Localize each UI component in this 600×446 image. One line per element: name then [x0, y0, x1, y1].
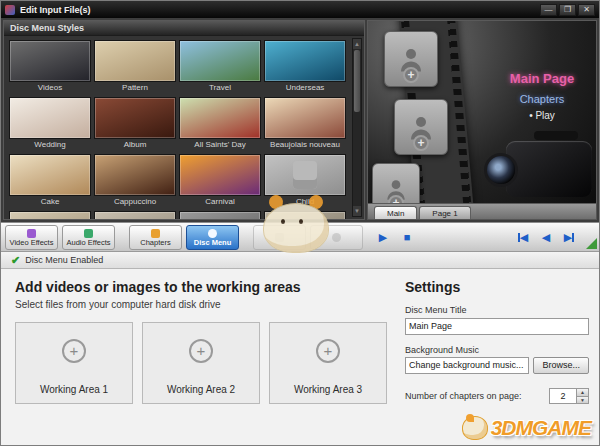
chapters-count-stepper[interactable]: 2 ▲ ▼ — [549, 388, 589, 404]
style-thumbnail[interactable]: Carnival — [179, 154, 261, 208]
style-thumbnail-image[interactable] — [9, 211, 91, 219]
style-thumbnail[interactable]: Album — [94, 97, 176, 151]
tab-page-1[interactable]: Page 1 — [419, 206, 470, 219]
add-content-plus-icon: + — [388, 195, 404, 204]
tab-video-effects[interactable]: Video Effects — [5, 225, 58, 250]
style-thumbnail-label: Album — [94, 139, 176, 151]
tab-chapters[interactable]: Chapters — [129, 225, 182, 250]
working-area-2[interactable]: + Working Area 2 — [142, 322, 260, 404]
style-thumbnail-image[interactable] — [9, 40, 91, 82]
disc-menu-enabled-check-icon[interactable]: ✔ — [11, 254, 20, 267]
chapters-icon — [151, 229, 160, 238]
working-areas-heading: Add videos or images to the working area… — [15, 279, 387, 295]
close-button[interactable]: ✕ — [578, 4, 595, 16]
scroll-down-arrow-icon[interactable]: ▼ — [353, 206, 361, 216]
working-areas-row: + Working Area 1 + Working Area 2 + Work… — [15, 322, 387, 404]
working-area-3[interactable]: + Working Area 3 — [269, 322, 387, 404]
style-thumbnail[interactable]: Wedding — [9, 97, 91, 151]
previous-button[interactable]: ◀ — [536, 227, 556, 247]
disabled-tab-icon — [332, 233, 341, 242]
style-thumbnail-image[interactable] — [94, 97, 176, 139]
style-thumbnail-label: Child — [264, 196, 346, 208]
style-thumbnail[interactable]: Underseas — [264, 40, 346, 94]
tab-disc-menu[interactable]: Disc Menu — [186, 225, 239, 250]
style-thumbnail-label: Videos — [9, 82, 91, 94]
style-thumbnail[interactable]: Beaujolais nouveau — [264, 97, 346, 151]
style-thumbnail-image[interactable] — [9, 154, 91, 196]
disc-menu-icon — [208, 229, 217, 238]
styles-panel-header: Disc Menu Styles — [4, 21, 364, 36]
maximize-button[interactable]: ❐ — [559, 4, 576, 16]
top-section: Disc Menu Styles Videos Pattern Travel U… — [1, 18, 599, 222]
effect-tab-label: Video Effects — [10, 239, 54, 247]
window-title: Edit Input File(s) — [20, 5, 538, 15]
style-thumbnail-image[interactable] — [179, 154, 261, 196]
disabled-tab-icon — [275, 233, 284, 242]
skip-back-button[interactable]: ◀ — [513, 227, 533, 247]
background-music-label: Background Music — [405, 345, 589, 355]
add-plus-icon: + — [316, 339, 340, 363]
menu-chapters-text: Chapters — [494, 93, 590, 105]
bottom-section: Add videos or images to the working area… — [1, 269, 599, 445]
style-thumbnail-label: Cappuccino — [94, 196, 176, 208]
play-button[interactable]: ▶ — [373, 227, 393, 247]
style-thumbnail[interactable]: Child — [264, 154, 346, 208]
style-thumbnail[interactable] — [264, 211, 346, 219]
app-icon — [5, 5, 15, 15]
working-area-1[interactable]: + Working Area 1 — [15, 322, 133, 404]
placeholder-avatar: + — [372, 163, 420, 204]
working-area-label: Working Area 2 — [143, 384, 259, 395]
menu-preview-panel: + + + Main Page Chapters • Play — [367, 20, 597, 220]
title-bar[interactable]: Edit Input File(s) — ❐ ✕ — [1, 1, 599, 18]
minimize-button[interactable]: — — [540, 4, 557, 16]
skip-forward-button[interactable]: ▶ — [559, 227, 579, 247]
effect-tabs-row: Video Effects Audio Effects Chapters Dis… — [1, 223, 367, 251]
scroll-up-arrow-icon[interactable]: ▲ — [353, 39, 361, 49]
disc-menu-title-label: Disc Menu Title — [405, 305, 589, 315]
preview-page-tabs: Main Page 1 — [367, 204, 597, 220]
tab-main[interactable]: Main — [374, 206, 417, 219]
background-music-input[interactable] — [405, 357, 529, 374]
style-thumbnail[interactable]: Videos — [9, 40, 91, 94]
style-thumbnail-image[interactable] — [9, 97, 91, 139]
style-thumbnail[interactable]: Cappuccino — [94, 154, 176, 208]
menu-preview-canvas: + + + Main Page Chapters • Play — [367, 20, 597, 204]
style-thumbnail-image[interactable] — [264, 211, 346, 219]
styles-thumbnail-grid: Videos Pattern Travel Underseas Wedding … — [9, 40, 348, 219]
tab-audio-effects[interactable]: Audio Effects — [62, 225, 115, 250]
style-thumbnail[interactable]: Cake — [9, 154, 91, 208]
disc-menu-title-input[interactable] — [405, 318, 589, 335]
style-thumbnail-image[interactable] — [179, 97, 261, 139]
resize-grip-icon[interactable] — [586, 238, 597, 249]
stepper-down-icon[interactable]: ▼ — [577, 396, 588, 403]
style-thumbnail[interactable] — [179, 211, 261, 219]
audio-effects-icon — [84, 229, 93, 238]
style-thumbnail-image[interactable] — [94, 154, 176, 196]
style-thumbnail-image[interactable] — [179, 211, 261, 219]
style-thumbnail-label: Travel — [179, 82, 261, 94]
style-thumbnail-image[interactable] — [264, 40, 346, 82]
add-content-plus-icon: + — [403, 67, 419, 83]
style-thumbnail-image[interactable] — [179, 40, 261, 82]
style-thumbnail-image[interactable] — [94, 40, 176, 82]
style-thumbnail[interactable] — [9, 211, 91, 219]
style-thumbnail-image[interactable] — [264, 97, 346, 139]
stop-button[interactable]: ■ — [397, 227, 417, 247]
style-thumbnail[interactable]: All Saints' Day — [179, 97, 261, 151]
scrollbar-thumb[interactable] — [354, 50, 360, 112]
style-thumbnail-image[interactable] — [94, 211, 176, 219]
menu-title-text: Main Page — [494, 71, 590, 86]
settings-heading: Settings — [405, 279, 589, 295]
menu-play-text: • Play — [494, 110, 590, 121]
chapters-count-value[interactable]: 2 — [550, 389, 576, 403]
browse-button[interactable]: Browse... — [533, 357, 589, 374]
stepper-up-icon[interactable]: ▲ — [577, 389, 588, 396]
style-thumbnail[interactable] — [94, 211, 176, 219]
style-thumbnail[interactable]: Pattern — [94, 40, 176, 94]
effect-tab — [310, 225, 363, 250]
placeholder-avatar: + — [394, 99, 448, 155]
thumbnails-scrollbar[interactable]: ▲ ▼ — [352, 38, 362, 217]
working-areas-subheading: Select files from your computer hard dis… — [15, 299, 387, 310]
style-thumbnail[interactable]: Travel — [179, 40, 261, 94]
style-thumbnail-image[interactable] — [264, 154, 346, 196]
